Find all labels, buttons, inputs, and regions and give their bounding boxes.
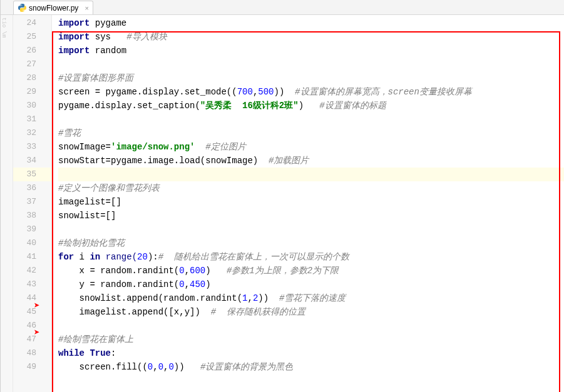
code-line[interactable]: while True:	[58, 346, 564, 360]
close-icon[interactable]: ×	[85, 4, 88, 12]
code-line[interactable]: #绘制初始化雪花	[58, 236, 564, 250]
code-line[interactable]: import sys #导入模块	[58, 30, 564, 44]
code-line[interactable]	[58, 58, 564, 71]
code-line[interactable]: imagelist=[]	[58, 195, 564, 209]
code-line[interactable]: screen.fill((0,0,0)) #设置窗体的背景为黑色	[58, 360, 564, 374]
code-line[interactable]	[58, 319, 564, 333]
line-number: 27	[13, 58, 51, 71]
line-number: 44	[13, 291, 51, 305]
line-number: 35	[13, 168, 51, 181]
ide-window: snowFlower.py × tio \m 24252627282930313…	[0, 0, 564, 392]
line-number: 43	[13, 278, 51, 291]
tab-filename: snowFlower.py	[29, 4, 78, 13]
line-number: 39	[13, 223, 51, 236]
line-number: 26	[13, 44, 51, 58]
line-number: 46	[13, 319, 51, 333]
python-file-icon	[18, 4, 26, 13]
code-line[interactable]: screen = pygame.display.set_mode((700,50…	[58, 85, 564, 99]
code-line[interactable]: y = random.randint(0,450)	[58, 278, 564, 291]
line-number: 36	[13, 181, 51, 195]
line-number: 24	[13, 16, 51, 30]
code-line[interactable]: snowlist.append(random.randint(1,2)) #雪花…	[58, 291, 564, 305]
code-line[interactable]: snowlist=[]	[58, 209, 564, 223]
line-number: 42	[13, 264, 51, 278]
line-number: 40	[13, 236, 51, 250]
code-line[interactable]: import pygame	[58, 16, 564, 30]
code-line[interactable]: snowStart=pygame.image.load(snowImage) #…	[58, 154, 564, 168]
line-number: 34	[13, 154, 51, 168]
line-number: 25	[13, 30, 51, 44]
tab-bar: snowFlower.py ×	[1, 0, 564, 15]
file-tab[interactable]: snowFlower.py ×	[13, 1, 93, 14]
code-line[interactable]: #定义一个图像和雪花列表	[58, 181, 564, 195]
line-number: 28	[13, 71, 51, 85]
line-number: 37	[13, 195, 51, 209]
line-number-gutter: 2425262728293031323334353637383940414243…	[13, 15, 52, 392]
code-area[interactable]: import pygameimport sys #导入模块import rand…	[52, 15, 564, 392]
line-number: 31	[13, 113, 51, 126]
line-number: 29	[13, 85, 51, 99]
code-line[interactable]	[58, 113, 564, 126]
line-number: 33	[13, 140, 51, 154]
line-number: 49	[13, 360, 51, 374]
code-line[interactable]	[58, 168, 564, 181]
line-number: 47	[13, 333, 51, 346]
code-line[interactable]: x = random.randint(0,600) #参数1为上限，参数2为下限	[58, 264, 564, 278]
line-number: 41	[13, 250, 51, 264]
code-line[interactable]: #设置窗体图形界面	[58, 71, 564, 85]
code-line[interactable]: #绘制雪花在窗体上	[58, 333, 564, 346]
editor-area: tio \m 242526272829303132333435363738394…	[1, 15, 564, 392]
code-line[interactable]: import random	[58, 44, 564, 58]
code-line[interactable]: for i in range(20):# 随机给出雪花在窗体上，一次可以显示的个…	[58, 250, 564, 264]
code-line[interactable]: #雪花	[58, 126, 564, 140]
code-line[interactable]: snowImage='image/snow.png' #定位图片	[58, 140, 564, 154]
line-number: 45	[13, 305, 51, 319]
left-strip: tio \m	[1, 15, 13, 392]
code-line[interactable]	[58, 223, 564, 236]
line-number: 30	[13, 99, 51, 113]
line-number: 32	[13, 126, 51, 140]
code-line[interactable]: pygame.display.set_caption("吴秀柔 16级计科2班"…	[58, 99, 564, 113]
line-number: 48	[13, 346, 51, 360]
line-number: 38	[13, 209, 51, 223]
code-line[interactable]: imagelist.append([x,y]) # 保存随机获得的位置	[58, 305, 564, 319]
